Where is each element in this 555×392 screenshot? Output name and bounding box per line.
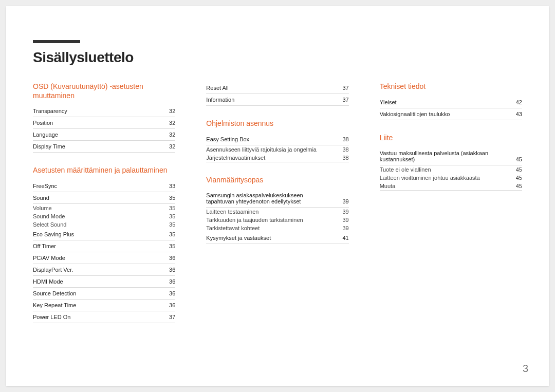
toc-entry-label: DisplayPort Ver. <box>33 267 157 273</box>
toc-entry: Muuta45 <box>380 182 522 191</box>
toc-entry-label: Source Detection <box>33 290 157 296</box>
toc-entry-label: PC/AV Mode <box>33 255 157 261</box>
toc-entry: Sound35 <box>33 192 175 204</box>
toc-entry: Vastuu maksullisesta palvelusta (asiakka… <box>380 147 522 165</box>
toc-entry: Eco Saving Plus35 <box>33 229 175 240</box>
toc-entry-page: 36 <box>163 267 175 273</box>
toc-entry-label: Samsungin asiakaspalvelukeskukseen tapah… <box>206 192 330 204</box>
toc-entry: Reset All37 <box>206 82 348 94</box>
toc-entry-label: Easy Setting Box <box>206 136 330 142</box>
toc-entry-page: 36 <box>163 255 175 261</box>
toc-entry-page: 36 <box>163 302 175 308</box>
toc-entry-page: 36 <box>163 278 175 285</box>
toc-entry-page: 35 <box>163 231 175 237</box>
toc-entry: PC/AV Mode36 <box>33 252 175 264</box>
toc-entry-label: Power LED On <box>33 314 157 320</box>
section-title: OSD (Kuvaruutunäyttö) -asetusten muuttam… <box>33 82 175 100</box>
page: Sisällysluettelo OSD (Kuvaruutunäyttö) -… <box>6 6 549 386</box>
toc-entry-page: 39 <box>337 198 349 204</box>
toc-columns: OSD (Kuvaruutunäyttö) -asetusten muuttam… <box>33 82 522 337</box>
toc-entry-page: 39 <box>337 225 349 231</box>
toc-entry: Source Detection36 <box>33 288 175 300</box>
toc-entry-page: 32 <box>163 143 175 150</box>
section-title: Ohjelmiston asennus <box>206 119 348 128</box>
toc-entry: Tarkistettavat kohteet39 <box>206 224 348 232</box>
toc-entry-page: 35 <box>163 213 175 219</box>
toc-entry: Off Timer35 <box>33 240 175 252</box>
toc-entry-page: 36 <box>163 290 175 296</box>
toc-entry: Easy Setting Box38 <box>206 134 348 145</box>
toc-entry-label: Eco Saving Plus <box>33 231 157 237</box>
toc-entry: Laitteen vioittuminen johtuu asiakkaasta… <box>380 174 522 182</box>
toc-entry-label: Position <box>33 120 157 126</box>
toc-entry: DisplayPort Ver.36 <box>33 264 175 276</box>
toc-entry-label: HDMI Mode <box>33 278 157 285</box>
toc-entry-page: 37 <box>337 97 349 103</box>
toc-entry-label: Information <box>206 97 330 103</box>
toc-entry-label: Display Time <box>33 143 157 150</box>
toc-entry: Kysymykset ja vastaukset41 <box>206 232 348 244</box>
toc-entry-page: 41 <box>337 235 349 241</box>
toc-column: Tekniset tiedotYleiset42Vakiosignaalitil… <box>380 82 522 337</box>
toc-entry-label: Kysymykset ja vastaukset <box>206 235 330 241</box>
section-title: Tekniset tiedot <box>380 82 522 91</box>
toc-entry: Position32 <box>33 117 175 129</box>
toc-section: Reset All37Information37 <box>206 82 348 106</box>
toc-column: Reset All37Information37Ohjelmiston asen… <box>206 82 348 337</box>
toc-column: OSD (Kuvaruutunäyttö) -asetusten muuttam… <box>33 82 175 337</box>
toc-entry-page: 39 <box>337 217 349 223</box>
toc-entry-page: 35 <box>163 221 175 228</box>
toc-entry: Asennukseen liittyviä rajoituksia ja ong… <box>206 145 348 154</box>
page-title: Sisällysluettelo <box>33 49 134 66</box>
toc-entry: Tarkkuuden ja taajuuden tarkistaminen39 <box>206 216 348 224</box>
toc-entry: Laitteen testaaminen39 <box>206 208 348 216</box>
toc-entry-label: FreeSync <box>33 183 157 189</box>
title-bar <box>33 40 80 43</box>
toc-section: VianmääritysopasSamsungin asiakaspalvelu… <box>206 176 348 245</box>
toc-entry: Power LED On37 <box>33 311 175 323</box>
toc-entry-page: 33 <box>163 183 175 189</box>
toc-entry-page: 45 <box>510 175 522 181</box>
toc-entry: Display Time32 <box>33 141 175 153</box>
toc-entry-page: 37 <box>337 85 349 91</box>
toc-section: Ohjelmiston asennusEasy Setting Box38Ase… <box>206 119 348 162</box>
toc-entry-label: Transparency <box>33 108 157 114</box>
toc-entry-label: Off Timer <box>33 243 157 249</box>
toc-entry-page: 43 <box>510 111 522 117</box>
toc-entry-page: 45 <box>510 166 522 173</box>
toc-entry-page: 45 <box>510 156 522 162</box>
toc-entry: Transparency32 <box>33 105 175 117</box>
toc-entry-label: Vastuu maksullisesta palvelusta (asiakka… <box>380 150 504 162</box>
toc-entry-page: 38 <box>337 146 349 153</box>
toc-entry-label: Key Repeat Time <box>33 302 157 308</box>
section-title: Asetusten määrittäminen ja palauttaminen <box>33 166 175 175</box>
section-title: Liite <box>380 134 522 143</box>
toc-entry: Vakiosignaalitilojen taulukko43 <box>380 108 522 120</box>
toc-entry: Key Repeat Time36 <box>33 300 175 311</box>
toc-entry: Volume35 <box>33 204 175 212</box>
toc-entry: Information37 <box>206 94 348 106</box>
toc-entry-page: 32 <box>163 120 175 126</box>
toc-section: LiiteVastuu maksullisesta palvelusta (as… <box>380 134 522 191</box>
toc-entry-page: 38 <box>337 155 349 161</box>
toc-entry: Sound Mode35 <box>33 212 175 220</box>
toc-entry-page: 35 <box>163 243 175 249</box>
toc-entry-label: Muuta <box>380 183 504 189</box>
toc-entry-label: Sound Mode <box>33 213 157 219</box>
toc-entry-page: 45 <box>510 183 522 189</box>
toc-entry-page: 35 <box>163 205 175 211</box>
toc-entry-label: Laitteen testaaminen <box>206 209 330 215</box>
toc-entry: Tuote ei ole viallinen45 <box>380 165 522 174</box>
toc-entry: FreeSync33 <box>33 180 175 192</box>
toc-section: OSD (Kuvaruutunäyttö) -asetusten muuttam… <box>33 82 175 153</box>
toc-entry-page: 39 <box>337 209 349 215</box>
toc-entry-label: Laitteen vioittuminen johtuu asiakkaasta <box>380 175 504 181</box>
toc-entry: Samsungin asiakaspalvelukeskukseen tapah… <box>206 190 348 208</box>
toc-entry-page: 32 <box>163 132 175 138</box>
toc-entry-label: Vakiosignaalitilojen taulukko <box>380 111 504 117</box>
toc-entry-label: Yleiset <box>380 99 504 105</box>
toc-entry-label: Volume <box>33 205 157 211</box>
toc-entry-label: Reset All <box>206 85 330 91</box>
toc-entry-page: 35 <box>163 195 175 201</box>
toc-entry: HDMI Mode36 <box>33 276 175 288</box>
